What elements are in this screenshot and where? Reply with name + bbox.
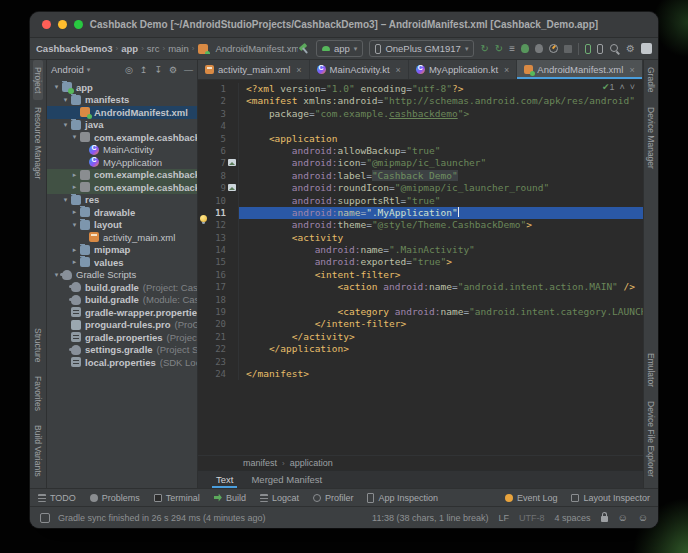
tree-item-local-properties[interactable]: local.properties(SDK Location) xyxy=(47,356,197,369)
tree-chevron-icon[interactable]: ▾ xyxy=(61,96,70,104)
tree-item-activity-main-xml[interactable]: activity_main.xml xyxy=(47,231,197,244)
locate-file-icon[interactable]: ◎ xyxy=(125,65,133,75)
next-problem-icon[interactable]: ˅ xyxy=(630,82,635,92)
tree-item-build-gradle[interactable]: build.gradle(Module: Cashback_D xyxy=(47,294,197,307)
breadcrumb-item[interactable]: main xyxy=(168,43,189,54)
close-icon[interactable]: × xyxy=(629,65,634,75)
breadcrumb-item[interactable]: app xyxy=(121,43,138,54)
code-line[interactable]: </activity> xyxy=(239,331,643,343)
tree-item-mipmap[interactable]: ▸mipmap xyxy=(47,244,197,257)
tool-window-switcher-icon[interactable] xyxy=(40,513,50,523)
maximize-window-button[interactable] xyxy=(74,20,83,29)
inspection-widget[interactable]: ✔1 ˄ ˅ xyxy=(602,82,635,92)
sidebar-item-favorites[interactable]: Favorites xyxy=(33,369,43,418)
code-line[interactable]: </application> xyxy=(239,343,643,355)
tree-chevron-icon[interactable]: ▾ xyxy=(61,196,70,204)
tree-item-layout[interactable]: ▾layout xyxy=(47,219,197,232)
tree-item-myapplication[interactable]: MyApplication xyxy=(47,156,197,169)
sidebar-item-build-variants[interactable]: Build Variants xyxy=(33,418,43,484)
encoding-indicator[interactable]: UTF-8 xyxy=(519,513,545,523)
code-line[interactable]: android:name=".MainActivity" xyxy=(239,244,643,256)
close-icon[interactable]: × xyxy=(296,65,301,75)
sidebar-item-gradle[interactable]: Gradle xyxy=(646,60,656,100)
tree-item-gradle-wrapper-properties[interactable]: gradle-wrapper.properties(Gradle xyxy=(47,306,197,319)
tree-chevron-icon[interactable]: ▾ xyxy=(70,221,79,229)
search-everywhere-button[interactable] xyxy=(609,43,620,54)
code-line[interactable]: package="com.example.cashbackdemo"> xyxy=(239,108,643,120)
highlight-level-icon[interactable]: ☺ xyxy=(618,513,628,523)
tree-item-com-example-cashbackdemo[interactable]: ▸com.example.cashbackdemo(androidTest) xyxy=(47,169,197,182)
view-tab-merged-manifest[interactable]: Merged Manifest xyxy=(243,471,330,488)
tree-chevron-icon[interactable]: ▸ xyxy=(70,183,79,191)
tab-activity-main-xml[interactable]: activity_main.xml× xyxy=(198,60,310,79)
settings-gear-icon[interactable]: ⚙ xyxy=(626,43,635,55)
tree-item-values[interactable]: ▸values xyxy=(47,256,197,269)
breadcrumb-item[interactable]: CashbackDemo3 xyxy=(36,43,113,54)
toolwindow-button-layout-inspector[interactable]: Layout Inspector xyxy=(571,493,650,503)
code-line[interactable]: <intent-filter> xyxy=(239,269,643,281)
code-line[interactable]: <category android:name="android.intent.c… xyxy=(239,306,643,318)
tree-item-mainactivity[interactable]: MainActivity xyxy=(47,144,197,157)
caret-position[interactable]: 11:38 (38 chars, 1 line break) xyxy=(372,513,488,523)
code-line[interactable]: </intent-filter> xyxy=(239,318,643,330)
tree-item-com-example-cashbackdemo[interactable]: ▾com.example.cashbackdemo xyxy=(47,131,197,144)
toolwindow-button-terminal[interactable]: Terminal xyxy=(154,493,200,503)
code-line[interactable]: android:allowBackup="true" xyxy=(239,145,643,157)
hide-panel-icon[interactable]: — xyxy=(184,65,193,75)
toolwindow-button-app-inspection[interactable]: App Inspection xyxy=(367,493,438,503)
code-line[interactable]: </manifest> xyxy=(239,368,643,380)
image-preview-icon[interactable] xyxy=(228,159,236,166)
code-line[interactable]: android:icon="@mipmap/ic_launcher" xyxy=(239,157,643,169)
device-manager-button[interactable] xyxy=(585,44,591,54)
toolwindow-button-todo[interactable]: TODO xyxy=(38,493,76,503)
code-line[interactable]: android:roundIcon="@mipmap/ic_launcher_r… xyxy=(239,182,643,194)
toolwindow-button-event-log[interactable]: Event Log xyxy=(505,493,558,503)
run-config-select[interactable]: app ▾ xyxy=(316,40,363,57)
tree-chevron-icon[interactable]: ▸ xyxy=(70,258,79,266)
tree-item-manifests[interactable]: ▾manifests xyxy=(47,94,197,107)
code-line[interactable]: <manifest xmlns:android="http://schemas.… xyxy=(239,95,643,107)
tab-mainactivity-kt[interactable]: MainActivity.kt× xyxy=(310,60,409,79)
tree-item-settings-gradle[interactable]: settings.gradle(Project Settings) xyxy=(47,344,197,357)
code-line[interactable]: android:theme="@style/Theme.CashbackDemo… xyxy=(239,219,643,231)
tab-androidmanifest-xml[interactable]: AndroidManifest.xml× xyxy=(517,60,642,79)
breadcrumb-item[interactable]: src xyxy=(147,43,160,54)
indent-indicator[interactable]: 4 spaces xyxy=(555,513,591,523)
apply-code-changes-button[interactable]: ≡ xyxy=(509,43,515,55)
panel-settings-gear-icon[interactable]: ⚙ xyxy=(169,65,177,75)
code-line[interactable]: <application xyxy=(239,133,643,145)
editor-breadcrumb-item[interactable]: application xyxy=(290,458,333,468)
sidebar-item-project[interactable]: Project xyxy=(33,60,43,100)
line-ending-indicator[interactable]: LF xyxy=(499,513,510,523)
attach-debugger-button[interactable] xyxy=(535,44,543,53)
run-button[interactable]: ↻ xyxy=(480,43,488,55)
collapse-all-icon[interactable]: ↥ xyxy=(140,65,148,75)
tree-chevron-icon[interactable]: ▾ xyxy=(61,121,70,129)
minimize-window-button[interactable] xyxy=(58,20,67,29)
profile-button[interactable] xyxy=(549,44,558,53)
tree-chevron-icon[interactable]: ▸ xyxy=(70,171,79,179)
sidebar-item-structure[interactable]: Structure xyxy=(33,321,43,370)
tree-chevron-icon[interactable]: ▸ xyxy=(70,208,79,216)
project-view-select[interactable]: Android xyxy=(51,64,84,75)
sidebar-item-device-manager[interactable]: Device Manager xyxy=(646,100,656,176)
feedback-face-icon[interactable]: ☺ xyxy=(638,513,648,523)
stop-button[interactable] xyxy=(564,45,572,53)
toolwindow-button-problems[interactable]: Problems xyxy=(90,493,140,503)
build-hammer-icon[interactable] xyxy=(298,43,310,55)
tree-item-androidmanifest-xml[interactable]: AndroidManifest.xml xyxy=(47,106,197,119)
toolwindow-button-profiler[interactable]: Profiler xyxy=(313,493,354,503)
code-line[interactable]: <action android:name="android.intent.act… xyxy=(239,281,643,293)
breadcrumb-current-file[interactable]: AndroidManifest.xml xyxy=(215,43,298,54)
tree-item-res[interactable]: ▾res xyxy=(47,194,197,207)
sidebar-item-resource-manager[interactable]: Resource Manager xyxy=(33,100,43,186)
close-icon[interactable]: × xyxy=(396,65,401,75)
toolwindow-button-build[interactable]: Build xyxy=(214,493,246,503)
tree-chevron-icon[interactable]: ▾ xyxy=(70,133,79,141)
code-line[interactable] xyxy=(239,120,643,132)
tree-item-app[interactable]: ▾app xyxy=(47,81,197,94)
profile-icon[interactable] xyxy=(641,43,652,54)
close-icon[interactable]: × xyxy=(504,65,509,75)
code-line[interactable] xyxy=(239,356,643,368)
lock-icon[interactable] xyxy=(601,516,608,522)
